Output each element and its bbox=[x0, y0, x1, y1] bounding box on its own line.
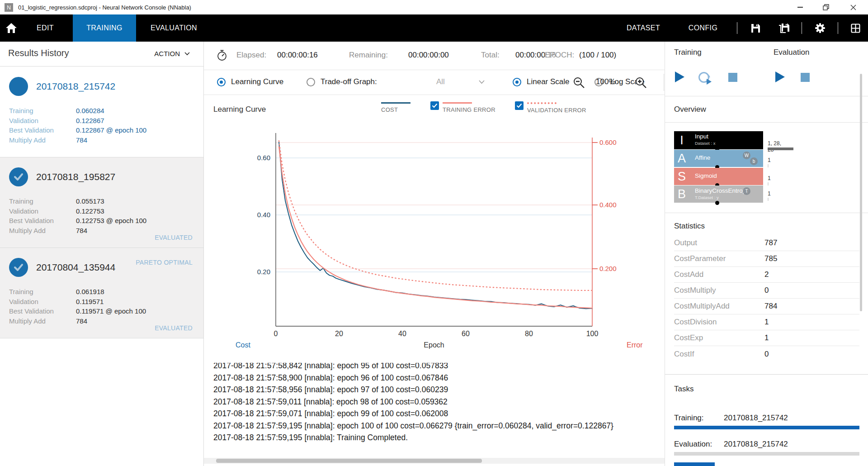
metric-label: Multiply Add bbox=[9, 226, 76, 236]
app-icon: N bbox=[5, 3, 13, 12]
training-log[interactable]: 2017-08-18 21:57:58,842 [nnabla]: epoch … bbox=[204, 363, 665, 460]
result-id[interactable]: 20170818_215742 bbox=[36, 81, 115, 92]
layer-subtitle: Dataset : x bbox=[695, 141, 715, 146]
layer-name: Input bbox=[695, 133, 708, 140]
nav-separator bbox=[802, 22, 802, 34]
zoom-out-icon[interactable] bbox=[572, 76, 586, 90]
log-line: 2017-08-18 21:57:58,956 [nnabla]: epoch … bbox=[213, 384, 665, 396]
title-bar: N 01_logistic_regression.sdcproj - Neura… bbox=[0, 0, 868, 14]
training-section-header: Training bbox=[674, 48, 702, 57]
entry-head: 20170818_215742 bbox=[9, 77, 115, 96]
metric-label: Training bbox=[9, 106, 76, 116]
stat-value: 784 bbox=[764, 302, 777, 311]
tab-dataset[interactable]: DATASET bbox=[618, 14, 668, 42]
layer-sigmoid[interactable]: SSigmoid bbox=[674, 168, 763, 185]
result-entry[interactable]: 20170818_195827Training0.055173Validatio… bbox=[0, 157, 203, 248]
metric-row: Training0.061918 bbox=[9, 287, 185, 297]
learning-curve-radio[interactable] bbox=[217, 78, 226, 86]
save-icon bbox=[750, 23, 761, 33]
total-label: Total: bbox=[481, 51, 500, 60]
tab-training[interactable]: TRAINING bbox=[73, 14, 136, 42]
svg-text:Epoch: Epoch bbox=[424, 341, 444, 349]
log-horizontal-scrollbar[interactable] bbox=[204, 458, 665, 464]
layout-grid-button[interactable] bbox=[851, 24, 860, 35]
metric-value: 0.122867 @ epoch 100 bbox=[76, 125, 146, 135]
results-history-panel: Results History ACTION 20170818_215742Tr… bbox=[0, 42, 204, 466]
layer-name: BinaryCrossEntropy bbox=[695, 187, 749, 194]
tab-evaluation[interactable]: EVALUATION bbox=[136, 14, 212, 42]
home-button[interactable] bbox=[5, 23, 17, 35]
result-id[interactable]: 20170818_195827 bbox=[36, 171, 115, 182]
tradeoff-filter-value[interactable]: All bbox=[436, 77, 445, 86]
evaluation-stop-button[interactable] bbox=[801, 73, 810, 82]
run-status-icon bbox=[9, 77, 28, 96]
layer-letter: A bbox=[674, 150, 689, 167]
metric-value: 0.122753 bbox=[76, 206, 104, 216]
status-row: Elapsed: 00:00:00:16 Remaining: 00:00:00… bbox=[204, 42, 665, 70]
tradeoff-radio[interactable] bbox=[307, 78, 315, 86]
layer-name: Affine bbox=[695, 154, 710, 161]
linear-scale-radio[interactable] bbox=[513, 78, 521, 86]
divider bbox=[665, 96, 868, 96]
entry-head: 20170818_195827 bbox=[9, 167, 115, 186]
param-badge: W bbox=[743, 152, 750, 159]
close-button[interactable] bbox=[843, 0, 863, 14]
result-entry[interactable]: PARETO OPTIMAL20170804_135944Training0.0… bbox=[0, 248, 203, 338]
settings-button[interactable] bbox=[815, 23, 826, 35]
result-id[interactable]: 20170804_135944 bbox=[36, 262, 115, 273]
restore-button[interactable] bbox=[816, 0, 836, 14]
save-button[interactable] bbox=[750, 23, 761, 35]
evaluated-badge: EVALUATED bbox=[155, 234, 193, 241]
training-stop-button[interactable] bbox=[728, 73, 737, 82]
connector-dot bbox=[715, 201, 719, 205]
training-run-button[interactable] bbox=[675, 71, 684, 82]
partial-progress-bar bbox=[674, 462, 715, 466]
panel-scrollbar[interactable] bbox=[860, 74, 862, 311]
layer-binarycrossentropy[interactable]: BBinaryCrossEntropyT.Dataset : yT bbox=[674, 185, 763, 203]
zoom-percent: 100% bbox=[596, 77, 615, 86]
param-badge: T bbox=[743, 187, 750, 195]
layer-input[interactable]: IInputDataset : x bbox=[674, 131, 763, 149]
window-title: 01_logistic_regression.sdcproj - Neural … bbox=[18, 0, 191, 14]
save-as-icon bbox=[778, 23, 790, 33]
legend-label: VALIDATION ERROR bbox=[527, 107, 586, 114]
svg-text:Cost: Cost bbox=[236, 341, 250, 349]
metric-value: 784 bbox=[76, 316, 87, 326]
stat-value: 787 bbox=[764, 238, 777, 247]
layer-name: Sigmoid bbox=[695, 172, 717, 179]
save-as-button[interactable] bbox=[778, 23, 790, 35]
scrollbar-thumb[interactable] bbox=[216, 459, 482, 463]
remaining-label: Remaining: bbox=[349, 51, 388, 60]
legend-checkbox[interactable] bbox=[515, 101, 524, 110]
grid-icon bbox=[851, 24, 860, 33]
zoom-in-icon[interactable] bbox=[634, 76, 648, 90]
svg-text:0.60: 0.60 bbox=[257, 154, 270, 162]
result-entry[interactable]: 20170818_215742Training0.060284Validatio… bbox=[0, 67, 203, 157]
action-dropdown[interactable]: ACTION bbox=[154, 50, 190, 57]
learning-curve-chart: Learning Curve COSTTRAINING ERRORVALIDAT… bbox=[204, 95, 665, 363]
elapsed-label: Elapsed: bbox=[236, 51, 266, 60]
svg-text:0.20: 0.20 bbox=[257, 268, 270, 276]
layer-affine[interactable]: AAffineWb bbox=[674, 150, 763, 167]
tab-edit[interactable]: EDIT bbox=[18, 14, 72, 42]
training-resume-icon[interactable] bbox=[698, 71, 713, 85]
statistics-row: CostAdd2 bbox=[674, 267, 859, 283]
log-line: 2017-08-18 21:57:59,071 [nnabla]: epoch … bbox=[213, 408, 665, 420]
network-overview-diagram[interactable]: IInputDataset : x1, 28, 28AAffineWb1SSig… bbox=[674, 131, 783, 208]
result-metrics: Training0.055173Validation0.122753Best V… bbox=[9, 196, 185, 235]
legend-entry: VALIDATION ERROR bbox=[527, 102, 586, 114]
metric-value: 0.060284 bbox=[76, 106, 104, 116]
statistics-row: CostDivision1 bbox=[674, 314, 859, 330]
minimize-button[interactable] bbox=[790, 0, 811, 14]
tab-config[interactable]: CONFIG bbox=[680, 14, 726, 42]
gear-icon bbox=[815, 23, 826, 33]
epoch-value: (100 / 100) bbox=[579, 51, 616, 60]
legend-label: COST bbox=[381, 106, 410, 113]
chevron-down-icon[interactable] bbox=[479, 80, 485, 84]
legend-checkbox[interactable] bbox=[430, 101, 439, 110]
evaluation-run-button[interactable] bbox=[775, 71, 785, 82]
pareto-optimal-badge: PARETO OPTIMAL bbox=[136, 259, 193, 266]
stat-label: CostDivision bbox=[674, 318, 764, 327]
stat-label: CostParameter bbox=[674, 254, 764, 263]
log-line: 2017-08-18 21:57:59,195 [nnabla]: epoch … bbox=[213, 420, 665, 432]
